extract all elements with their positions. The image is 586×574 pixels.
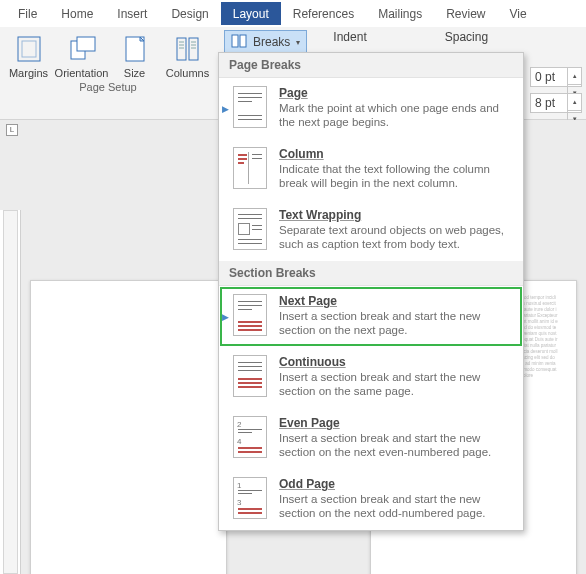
spacing-label: Spacing: [445, 30, 488, 44]
size-button[interactable]: Size: [112, 31, 157, 79]
tab-mailings[interactable]: Mailings: [366, 2, 434, 25]
ribbon-tabs: File Home Insert Design Layout Reference…: [0, 0, 586, 27]
svg-rect-6: [189, 38, 198, 60]
breaks-label: Breaks: [253, 35, 290, 49]
orientation-button[interactable]: Orientation: [59, 31, 104, 79]
margins-icon: [13, 33, 45, 65]
spinner-icon[interactable]: ▲▼: [567, 94, 581, 112]
even-page-icon: 2 4: [233, 416, 267, 458]
tab-stop-marker[interactable]: L: [6, 124, 18, 136]
tab-home[interactable]: Home: [49, 2, 105, 25]
breaks-button[interactable]: Breaks ▾: [224, 30, 307, 54]
tab-file[interactable]: File: [6, 2, 49, 25]
indent-label: Indent: [333, 30, 366, 44]
tab-layout[interactable]: Layout: [221, 2, 281, 25]
group-page-setup: Margins Orientation Size Columns Page Se…: [0, 27, 216, 119]
breaks-icon: [231, 34, 247, 51]
svg-rect-13: [232, 35, 238, 47]
option-column-break[interactable]: ColumnIndicate that the text following t…: [219, 139, 523, 200]
columns-button[interactable]: Columns: [165, 31, 210, 79]
column-break-icon: [233, 147, 267, 189]
next-page-icon: [233, 294, 267, 336]
page-break-icon: [233, 86, 267, 128]
option-page-break[interactable]: ▶ PageMark the point at which one page e…: [219, 78, 523, 139]
option-odd-page-section-break[interactable]: 1 3 Odd PageInsert a section break and s…: [219, 469, 523, 530]
tab-references[interactable]: References: [281, 2, 366, 25]
svg-rect-1: [22, 41, 36, 57]
option-continuous-section-break[interactable]: ContinuousInsert a section break and sta…: [219, 347, 523, 408]
svg-rect-5: [177, 38, 186, 60]
breaks-dropdown: Page Breaks ▶ PageMark the point at whic…: [218, 52, 524, 531]
option-even-page-section-break[interactable]: 2 4 Even PageInsert a section break and …: [219, 408, 523, 469]
tab-design[interactable]: Design: [159, 2, 220, 25]
option-text-wrapping-break[interactable]: Text WrappingSeparate text around object…: [219, 200, 523, 261]
text-wrapping-icon: [233, 208, 267, 250]
group-label-page-setup: Page Setup: [6, 79, 210, 96]
continuous-icon: [233, 355, 267, 397]
page-breaks-header: Page Breaks: [219, 53, 523, 78]
section-breaks-header: Section Breaks: [219, 261, 523, 286]
svg-rect-14: [240, 35, 246, 47]
tab-view[interactable]: Vie: [498, 2, 539, 25]
vertical-ruler: [0, 210, 21, 574]
odd-page-icon: 1 3: [233, 477, 267, 519]
columns-icon: [172, 33, 204, 65]
spinner-icon[interactable]: ▲▼: [567, 68, 581, 86]
orientation-icon: [66, 33, 98, 65]
option-next-page-section-break[interactable]: ▶ Next PageInsert a section break and st…: [219, 286, 523, 347]
chevron-right-icon: ▶: [222, 312, 229, 322]
size-icon: [119, 33, 151, 65]
margins-button[interactable]: Margins: [6, 31, 51, 79]
chevron-right-icon: ▶: [222, 104, 229, 114]
tab-review[interactable]: Review: [434, 2, 497, 25]
chevron-down-icon: ▾: [296, 38, 300, 47]
svg-rect-3: [77, 37, 95, 51]
tab-insert[interactable]: Insert: [105, 2, 159, 25]
spacing-after-input[interactable]: 8 pt▲▼: [530, 93, 582, 113]
page-1: [30, 280, 227, 574]
spacing-before-input[interactable]: 0 pt▲▼: [530, 67, 582, 87]
